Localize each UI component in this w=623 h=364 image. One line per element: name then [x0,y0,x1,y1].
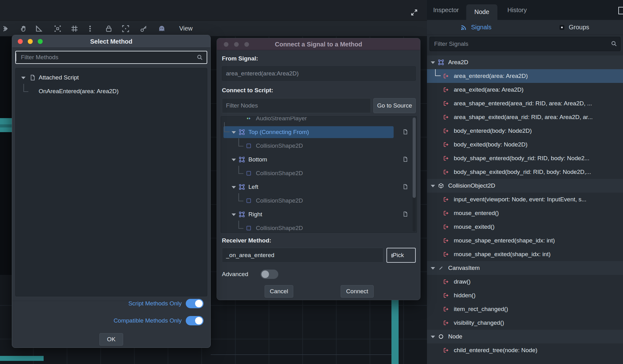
connect-button[interactable]: Connect [341,285,374,298]
signal-label: body_entered(body: Node2D) [454,124,532,138]
node-tree-row[interactable]: CollisionShape2D [221,166,417,180]
tree-guide [238,193,243,201]
tab-signals[interactable]: Signals [427,20,525,35]
node-tree-row[interactable]: Left [221,180,417,194]
node-tree-row[interactable]: AudioStreamPlayer [221,116,417,125]
key-icon[interactable] [140,25,148,33]
ok-button[interactable]: OK [99,333,123,346]
signal-list-row[interactable]: mouse_shape_entered(shape_idx: int) [427,234,623,247]
signal-list-row[interactable]: body_exited(body: Node2D) [427,138,623,151]
node-tree: AudioStreamPlayer Top (Connecting From) [221,116,417,233]
signal-list-row[interactable]: area_entered(area: Area2D) [427,69,623,83]
close-window-icon[interactable] [224,42,228,47]
grid-snap-icon[interactable] [70,25,79,33]
script-methods-only-toggle[interactable] [186,299,204,308]
script-icon[interactable] [402,129,408,135]
signal-list-row[interactable]: item_rect_changed() [427,302,623,316]
script-icon[interactable] [402,156,408,162]
pick-button[interactable]: Pick [386,248,416,263]
go-to-source-button[interactable]: Go to Source [373,98,416,113]
node-tree-row[interactable]: Bottom [221,153,417,166]
advanced-label: Advanced [222,270,248,279]
compatible-methods-only-toggle[interactable] [186,316,204,325]
cancel-button[interactable]: Cancel [265,285,293,298]
tree-item-attached-script[interactable]: Attached Script [16,71,207,84]
lock-icon[interactable] [105,25,113,33]
chevron-down-icon[interactable] [431,61,435,64]
chevron-down-icon[interactable] [232,159,236,161]
node-tree-row[interactable]: CollisionShape2D [221,139,417,153]
signal-list-row[interactable]: body_shape_exited(body_rid: RID, body: N… [427,165,623,179]
ruler-icon[interactable] [35,25,43,33]
collision-shape-icon [246,225,252,231]
sprite-icon[interactable] [158,25,166,33]
editor-top-bar [0,0,427,21]
signal-list-row[interactable]: draw() [427,275,623,289]
script-icon[interactable] [402,184,408,190]
signal-list-row[interactable]: hidden() [427,289,623,302]
signal-list-row[interactable]: area_shape_exited(area_rid: RID, area: A… [427,110,623,124]
area2d-node-icon [239,212,245,217]
chevron-down-icon[interactable] [431,267,435,270]
pan-hand-icon[interactable] [20,25,28,33]
signal-label: CanvasItem [448,261,480,275]
signal-list-row[interactable]: visibility_changed() [427,316,623,330]
signal-list-row[interactable]: mouse_exited() [427,220,623,234]
signal-list-row[interactable]: mouse_entered() [427,206,623,220]
filter-methods-input[interactable] [15,51,207,64]
filter-nodes-input[interactable] [222,98,371,113]
zoom-window-icon[interactable] [244,42,249,47]
node-tree-row[interactable]: Top (Connecting From) [221,125,417,139]
chevron-down-icon[interactable] [431,185,435,187]
signal-list-row[interactable]: body_shape_entered(body_rid: RID, body: … [427,151,623,165]
signal-list-row[interactable]: input_event(viewport: Node, event: Input… [427,193,623,206]
tree-guide [238,138,243,146]
chevron-down-icon[interactable] [232,131,236,134]
text-caret [16,53,16,61]
tab-history[interactable]: History [505,0,529,20]
signal-list-row[interactable]: body_entered(body: Node2D) [427,124,623,138]
tree-item-method[interactable]: OnAreaEntered(area: Area2D) [16,84,207,98]
groups-icon [559,24,565,31]
signal-list-row[interactable]: CanvasItem [427,261,623,275]
chevron-down-icon[interactable] [232,186,236,189]
tab-groups[interactable]: Groups [525,20,623,35]
node-label: CollisionShape2D [256,194,303,208]
filter-signals-input[interactable] [429,37,621,51]
chevron-down-icon[interactable] [21,77,26,79]
more-options-icon[interactable] [86,25,94,33]
signal-label: body_shape_exited(body_rid: RID, body: N… [454,165,591,179]
script-icon[interactable] [402,211,408,217]
pixel-snap-icon[interactable] [122,25,130,33]
chevron-down-icon[interactable] [232,213,236,216]
node-tree-row[interactable]: CollisionShape2D [221,194,417,208]
viewport-left-gutter [0,36,12,275]
node-label: CollisionShape2D [256,166,303,180]
zoom-window-icon[interactable] [38,39,43,44]
signal-list-row[interactable]: child_entered_tree(node: Node) [427,343,623,357]
script-icon [29,74,36,81]
smart-snap-icon[interactable] [54,25,62,33]
signal-list-row[interactable]: Area2D [427,55,623,69]
collision-shape-icon [246,170,252,176]
signal-list-row[interactable]: area_exited(area: Area2D) [427,83,623,97]
minimize-window-icon[interactable] [234,42,239,47]
signal-icon [443,306,449,312]
signal-list-row[interactable]: area_shape_entered(area_rid: RID, area: … [427,97,623,110]
chevron-down-icon[interactable] [431,336,435,338]
node-tree-row[interactable]: Right [221,208,417,221]
advanced-toggle[interactable] [261,270,278,279]
signal-list-row[interactable]: Node [427,330,623,343]
node-select-icon[interactable] [3,25,11,33]
tab-inspector[interactable]: Inspector [431,0,461,20]
node-tree-row[interactable]: CollisionShape2D [221,221,417,233]
view-menu[interactable]: View [179,21,193,36]
expand-icon[interactable] [410,9,418,16]
close-window-icon[interactable] [18,39,23,44]
signal-list-row[interactable]: mouse_shape_exited(shape_idx: int) [427,247,623,261]
canvas-platform-vertical [391,300,399,364]
signal-list-row[interactable]: CollisionObject2D [427,179,623,193]
receiver-method-input[interactable] [222,248,383,263]
minimize-window-icon[interactable] [28,39,33,44]
tab-node[interactable]: Node [466,4,497,20]
